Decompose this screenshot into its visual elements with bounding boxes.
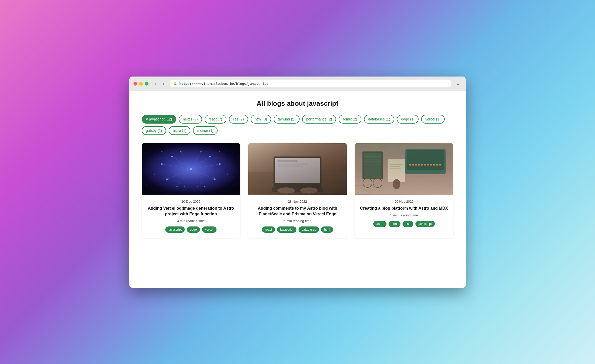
svg-point-19: [166, 178, 168, 180]
tag-button-nextjs[interactable]: nextjs (9): [179, 115, 202, 124]
svg-point-24: [200, 151, 202, 152]
tag-button-gatsby[interactable]: gatsby (1): [142, 126, 166, 135]
tag-button-react[interactable]: react (7): [205, 115, 226, 124]
tag-button-motion[interactable]: motion (1): [193, 126, 218, 135]
svg-point-31: [154, 173, 155, 175]
blog-card-2[interactable]: 28 Nov 2022 Adding comments to my Astro …: [248, 143, 347, 238]
back-button[interactable]: ‹: [152, 80, 159, 87]
card-image-1: [142, 143, 240, 195]
card-tag-databases[interactable]: databases: [299, 226, 319, 233]
traffic-lights: [133, 82, 148, 86]
card-reading-time-3: 5 min reading time: [360, 213, 448, 217]
card-tags-3: astro html css javascript: [360, 221, 448, 227]
tag-button-astro[interactable]: astro (1): [169, 126, 190, 135]
browser-content: All blogs about javascript × javascript …: [129, 91, 466, 288]
card-body-1: 10 Dec 2022 Adding Vercel og:image gener…: [142, 195, 240, 238]
card-date-2: 28 Nov 2022: [254, 200, 341, 203]
card-tags-2: react javascript databases html: [254, 226, 341, 233]
svg-point-22: [214, 178, 216, 180]
tag-button-performance[interactable]: performance (2): [302, 115, 336, 124]
maximize-button[interactable]: [145, 82, 148, 86]
card-title-3: Creating a blog platform with Astro and …: [360, 206, 448, 211]
svg-point-34: [197, 186, 198, 187]
card-date-3: 20 Nov 2022: [360, 200, 448, 203]
svg-point-21: [219, 163, 221, 165]
url-https: https://: [179, 82, 196, 86]
card-tag-html2[interactable]: html: [389, 221, 401, 227]
tag-remove-icon: ×: [146, 117, 148, 121]
card-title-1: Adding Vercel og:image generation to Ast…: [147, 206, 235, 217]
nav-buttons: ‹ ›: [152, 80, 167, 87]
card-image-3: [355, 143, 453, 195]
svg-point-36: [232, 154, 233, 154]
card-tag-vercel[interactable]: vercel: [202, 226, 217, 233]
tag-button-html[interactable]: html (3): [251, 115, 271, 124]
blog-card-1[interactable]: 10 Dec 2022 Adding Vercel og:image gener…: [142, 143, 240, 238]
tag-button-vercel[interactable]: vercel (1): [421, 115, 444, 124]
svg-point-26: [204, 186, 205, 187]
card-image-2: [248, 143, 347, 195]
card-reading-time-2: 5 min reading time: [254, 219, 341, 223]
svg-point-37: [146, 184, 147, 185]
svg-point-28: [157, 158, 158, 160]
tags-container: × javascript (12) nextjs (9) react (7) c…: [142, 115, 453, 135]
card-title-2: Adding comments to my Astro blog with Pl…: [254, 206, 341, 217]
minimize-button[interactable]: [139, 82, 143, 86]
card-reading-time-1: 4 min reading time: [147, 219, 235, 223]
blog-grid: 10 Dec 2022 Adding Vercel og:image gener…: [142, 143, 453, 238]
url-display: https://www.thomasledoux.be/blogs/javasc…: [179, 82, 268, 86]
svg-point-32: [227, 173, 228, 175]
card-date-1: 10 Dec 2022: [147, 200, 235, 203]
card-tag-javascript2[interactable]: javascript: [277, 226, 296, 233]
card-tags-1: javascript edge vercel: [147, 226, 235, 233]
card-tag-html[interactable]: html: [321, 226, 333, 233]
tag-button-remix[interactable]: remix (2): [339, 115, 361, 124]
card-tag-astro[interactable]: astro: [373, 221, 386, 227]
tag-button-tailwind[interactable]: tailwind (2): [274, 115, 300, 124]
forward-button[interactable]: ›: [160, 80, 167, 87]
svg-point-27: [161, 151, 162, 152]
menu-button[interactable]: ≡: [454, 80, 462, 87]
card-body-2: 28 Nov 2022 Adding comments to my Astro …: [248, 195, 347, 238]
svg-point-30: [225, 158, 226, 160]
address-bar[interactable]: 🔒 https://www.thomasledoux.be/blogs/java…: [170, 80, 451, 87]
svg-point-35: [149, 154, 150, 154]
card-tag-javascript[interactable]: javascript: [165, 226, 185, 233]
card-body-3: 20 Nov 2022 Creating a blog platform wit…: [355, 195, 453, 232]
tag-button-databases[interactable]: databases (1): [364, 115, 395, 124]
svg-point-25: [176, 186, 178, 187]
tag-button-css[interactable]: css (7): [229, 115, 248, 124]
card-tag-css[interactable]: css: [403, 221, 413, 227]
url-rest: www.thomasledoux.be/blogs/javascript: [196, 82, 269, 86]
lock-icon: 🔒: [173, 82, 177, 86]
card-tag-react[interactable]: react: [262, 226, 275, 233]
card-tag-javascript3[interactable]: javascript: [415, 221, 435, 227]
svg-point-17: [171, 155, 173, 157]
svg-point-38: [235, 184, 235, 185]
svg-point-18: [161, 163, 163, 165]
tag-button-javascript[interactable]: × javascript (12): [142, 115, 176, 124]
svg-point-33: [184, 186, 185, 187]
browser-window: ‹ › 🔒 https://www.thomasledoux.be/blogs/…: [129, 77, 466, 288]
tag-button-edge[interactable]: edge (1): [397, 115, 419, 124]
browser-chrome: ‹ › 🔒 https://www.thomasledoux.be/blogs/…: [129, 77, 466, 91]
card-tag-edge[interactable]: edge: [187, 226, 200, 233]
tag-label: javascript (12): [149, 117, 172, 121]
svg-point-20: [209, 155, 211, 157]
svg-point-23: [180, 151, 182, 152]
svg-point-29: [219, 151, 220, 152]
page-title: All blogs about javascript: [142, 100, 453, 108]
blog-card-3[interactable]: 20 Nov 2022 Creating a blog platform wit…: [355, 143, 453, 238]
close-button[interactable]: [133, 82, 137, 86]
svg-point-16: [190, 168, 192, 170]
